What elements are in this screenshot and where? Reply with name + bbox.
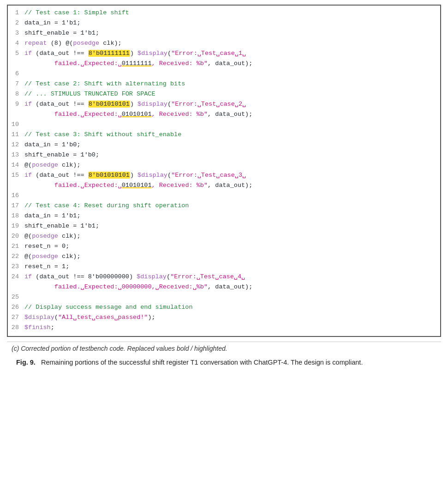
code-line-25: 25 xyxy=(8,293,440,303)
code-content-17: // Test case 4: Reset during shift opera… xyxy=(24,201,437,210)
code-content-2: data_in = 1'b1; xyxy=(24,18,437,28)
code-line-17: 17 // Test case 4: Reset during shift op… xyxy=(8,201,440,211)
code-content-4: repeat (8) @(posedge clk); xyxy=(24,39,437,48)
line-num-12: 12 xyxy=(11,140,24,150)
fig-caption: Fig. 9. Remaining portions of the succes… xyxy=(12,355,436,371)
code-line-24b: failed.␣Expected:␣00000000,␣Received:␣%b… xyxy=(8,282,440,293)
line-num-27: 27 xyxy=(11,313,24,322)
code-content-5: if (data_out !== 8'b01111111) $display("… xyxy=(24,49,437,58)
code-line-16: 16 xyxy=(8,191,440,201)
code-content-26: // Display success message and end simul… xyxy=(24,303,437,312)
code-content-10 xyxy=(24,120,437,129)
code-line-15b: failed.␣Expected:␣01010101, Received: %b… xyxy=(8,181,440,191)
code-line-11: 11 // Test case 3: Shift without shift_e… xyxy=(8,130,440,140)
code-content-13: shift_enable = 1'b0; xyxy=(24,150,437,160)
code-line-15: 15 if (data_out !== 8'b01010101) $displa… xyxy=(8,171,440,181)
code-line-5: 5 if (data_out !== 8'b01111111) $display… xyxy=(8,49,440,59)
outer-container: 1 // Test case 1: Simple shift 2 data_in… xyxy=(0,0,448,377)
line-num-22: 22 xyxy=(11,252,24,261)
code-content-9: if (data_out !== 8'b01010101) $display("… xyxy=(24,100,437,109)
code-content-22: @(posedge clk); xyxy=(24,252,437,261)
line-num-5: 5 xyxy=(11,49,24,58)
code-content-8: // ... STIMULUS TRUNCATED FOR SPACE xyxy=(24,90,437,99)
code-line-24: 24 if (data_out !== 8'b00000000) $displa… xyxy=(8,272,440,282)
line-num-15: 15 xyxy=(11,171,24,180)
line-num-3: 3 xyxy=(11,29,24,38)
line-num-16: 16 xyxy=(11,191,24,200)
code-content-12: data_in = 1'b0; xyxy=(24,140,437,150)
code-content-6 xyxy=(24,69,437,78)
code-content-1: // Test case 1: Simple shift xyxy=(24,8,437,18)
code-content-15: if (data_out !== 8'b01010101) $display("… xyxy=(24,171,437,180)
code-line-8: 8 // ... STIMULUS TRUNCATED FOR SPACE xyxy=(8,90,440,100)
code-line-19: 19 shift_enable = 1'b1; xyxy=(8,222,440,232)
code-line-6: 6 xyxy=(8,69,440,79)
code-line-18: 18 data_in = 1'b1; xyxy=(8,211,440,222)
line-num-8: 8 xyxy=(11,90,24,99)
code-line-22: 22 @(posedge clk); xyxy=(8,252,440,262)
fig-text: Remaining portions of the successful shi… xyxy=(37,359,363,366)
line-num-25: 25 xyxy=(11,293,24,302)
code-content-19: shift_enable = 1'b1; xyxy=(24,222,437,231)
code-line-26: 26 // Display success message and end si… xyxy=(8,303,440,313)
code-content-21: reset_n = 0; xyxy=(24,242,437,251)
code-content-5b: failed.␣Expected:␣01111111, Received: %b… xyxy=(24,59,437,68)
code-content-3: shift_enable = 1'b1; xyxy=(24,29,437,38)
line-num-6: 6 xyxy=(11,69,24,78)
line-num-10: 10 xyxy=(11,120,24,129)
code-content-18: data_in = 1'b1; xyxy=(24,211,437,221)
code-line-20: 20 @(posedge clk); xyxy=(8,232,440,242)
code-line-3: 3 shift_enable = 1'b1; xyxy=(8,29,440,39)
code-content-9b: failed.␣Expected:␣01010101, Received: %b… xyxy=(24,110,437,119)
code-box: 1 // Test case 1: Simple shift 2 data_in… xyxy=(7,5,441,337)
code-line-9: 9 if (data_out !== 8'b01010101) $display… xyxy=(8,100,440,110)
code-line-7: 7 // Test case 2: Shift with alternating… xyxy=(8,79,440,90)
code-line-23: 23 reset_n = 1; xyxy=(8,262,440,272)
code-line-1: 1 // Test case 1: Simple shift xyxy=(8,8,440,18)
code-line-4: 4 repeat (8) @(posedge clk); xyxy=(8,39,440,49)
code-content-24b: failed.␣Expected:␣00000000,␣Received:␣%b… xyxy=(24,282,437,292)
code-line-28: 28 $finish; xyxy=(8,323,440,333)
line-num-4: 4 xyxy=(11,39,24,48)
code-content-11: // Test case 3: Shift without shift_enab… xyxy=(24,130,437,139)
line-num-13: 13 xyxy=(11,150,24,160)
code-line-21: 21 reset_n = 0; xyxy=(8,242,440,252)
line-num-11: 11 xyxy=(11,130,24,139)
code-content-7: // Test case 2: Shift with alternating b… xyxy=(24,79,437,89)
line-num-18: 18 xyxy=(11,211,24,221)
code-content-16 xyxy=(24,191,437,200)
code-content-25 xyxy=(24,293,437,302)
code-content-14: @(posedge clk); xyxy=(24,161,437,170)
code-content-23: reset_n = 1; xyxy=(24,262,437,271)
caption-label: (c) Corrected portion of testbench code.… xyxy=(12,345,436,352)
line-num-19: 19 xyxy=(11,222,24,231)
line-num-20: 20 xyxy=(11,232,24,241)
line-num-14: 14 xyxy=(11,161,24,170)
line-num-21: 21 xyxy=(11,242,24,251)
code-line-9b: failed.␣Expected:␣01010101, Received: %b… xyxy=(8,110,440,120)
line-num-24: 24 xyxy=(11,272,24,282)
code-line-14: 14 @(posedge clk); xyxy=(8,161,440,171)
code-line-27: 27 $display("All␣test␣cases␣passed!"); xyxy=(8,313,440,323)
line-num-9: 9 xyxy=(11,100,24,109)
line-num-23: 23 xyxy=(11,262,24,271)
line-num-2: 2 xyxy=(11,18,24,28)
fig-label: Fig. 9. xyxy=(16,359,36,366)
line-num-7: 7 xyxy=(11,79,24,89)
code-line-10: 10 xyxy=(8,120,440,130)
code-line-5b: failed.␣Expected:␣01111111, Received: %b… xyxy=(8,59,440,69)
code-content-20: @(posedge clk); xyxy=(24,232,437,241)
code-line-13: 13 shift_enable = 1'b0; xyxy=(8,150,440,161)
code-content-24: if (data_out !== 8'b00000000) $display("… xyxy=(24,272,437,282)
caption-box: (c) Corrected portion of testbench code.… xyxy=(7,342,441,372)
code-line-2: 2 data_in = 1'b1; xyxy=(8,18,440,29)
code-line-12: 12 data_in = 1'b0; xyxy=(8,140,440,150)
line-num-28: 28 xyxy=(11,323,24,332)
line-num-26: 26 xyxy=(11,303,24,312)
line-num-1: 1 xyxy=(11,8,24,18)
line-num-17: 17 xyxy=(11,201,24,210)
code-content-15b: failed.␣Expected:␣01010101, Received: %b… xyxy=(24,181,437,190)
code-content-27: $display("All␣test␣cases␣passed!"); xyxy=(24,313,437,322)
code-content-28: $finish; xyxy=(24,323,437,332)
